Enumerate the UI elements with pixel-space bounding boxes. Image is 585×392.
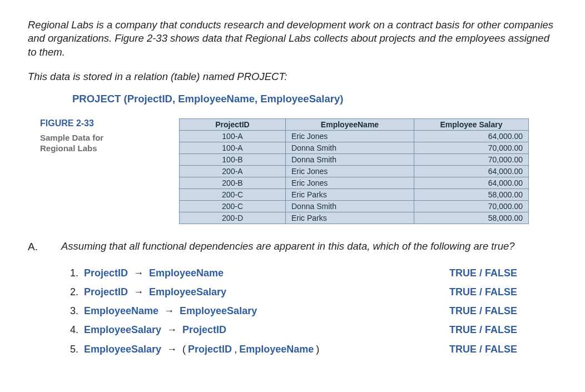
keyword: ProjectID [84, 264, 128, 282]
keyword: ProjectID [188, 340, 232, 359]
cell-employeesalary: 64,000.00 [414, 177, 529, 188]
fd-expression: 1.ProjectID→EmployeeName [70, 264, 449, 282]
intro-paragraph-2: This data is stored in a relation (table… [28, 70, 555, 84]
fd-row: 5.EmployeeSalary→(ProjectID, EmployeeNam… [70, 340, 555, 359]
cell-employeename: Donna Smith [286, 200, 414, 212]
cell-projectid: 100-A [180, 130, 286, 142]
arrow-icon: → [167, 320, 177, 339]
question-letter: A. [28, 240, 61, 253]
arrow-icon: → [133, 264, 143, 282]
arrow-icon: → [164, 301, 174, 320]
page: Regional Labs is a company that conducts… [14, 0, 571, 381]
fd-number: 2. [70, 282, 78, 301]
cell-projectid: 200-C [180, 200, 286, 212]
keyword: ProjectID [84, 282, 128, 301]
table-row: 100-BDonna Smith70,000.00 [180, 153, 529, 165]
keyword: EmployeeName [239, 340, 314, 359]
table-row: 100-ADonna Smith70,000.00 [180, 142, 529, 153]
table-row: 200-BEric Jones64,000.00 [180, 177, 529, 188]
fd-text: ( [182, 340, 186, 359]
true-false-choice[interactable]: TRUE / FALSE [449, 301, 555, 320]
cell-projectid: 100-A [180, 142, 286, 153]
keyword: EmployeeSalary [84, 320, 161, 339]
figure-block: FIGURE 2-33 Sample Data for Regional Lab… [40, 118, 555, 224]
cell-employeename: Donna Smith [286, 142, 414, 153]
project-table: ProjectID EmployeeName Employee Salary 1… [179, 118, 529, 224]
table-row: 200-AEric Jones64,000.00 [180, 165, 529, 177]
cell-employeesalary: 70,000.00 [414, 200, 529, 212]
arrow-icon: → [167, 340, 177, 359]
fd-text: ) [316, 340, 319, 359]
cell-projectid: 200-B [180, 177, 286, 188]
figure-label-block: FIGURE 2-33 Sample Data for Regional Lab… [40, 118, 179, 154]
cell-employeename: Eric Jones [286, 165, 414, 177]
cell-projectid: 200-D [180, 212, 286, 224]
cell-employeename: Eric Jones [286, 130, 414, 142]
cell-employeesalary: 70,000.00 [414, 142, 529, 153]
fd-number: 3. [70, 301, 78, 320]
cell-employeename: Eric Jones [286, 177, 414, 188]
keyword: EmployeeSalary [149, 282, 226, 301]
table-row: 100-AEric Jones64,000.00 [180, 130, 529, 142]
keyword: EmployeeName [84, 301, 158, 320]
table-row: 200-CDonna Smith70,000.00 [180, 200, 529, 212]
true-false-choice[interactable]: TRUE / FALSE [449, 320, 555, 339]
question-a-block: A. Assuming that all functional dependen… [28, 240, 555, 359]
fd-expression: 5.EmployeeSalary→(ProjectID, EmployeeNam… [70, 340, 449, 359]
table-header-row: ProjectID EmployeeName Employee Salary [180, 118, 529, 130]
table-row: 200-CEric Parks58,000.00 [180, 188, 529, 200]
cell-projectid: 100-B [180, 153, 286, 165]
fd-text: , [234, 340, 237, 359]
schema-line: PROJECT (ProjectID, EmployeeName, Employ… [72, 93, 555, 105]
question-body: Assuming that all functional dependencie… [61, 240, 555, 359]
cell-employeename: Donna Smith [286, 153, 414, 165]
true-false-choice[interactable]: TRUE / FALSE [449, 282, 555, 301]
fd-number: 4. [70, 320, 78, 339]
fd-row: 2.ProjectID→EmployeeSalaryTRUE / FALSE [70, 282, 555, 301]
cell-employeename: Eric Parks [286, 212, 414, 224]
fd-number: 5. [70, 340, 78, 359]
fd-list: 1.ProjectID→EmployeeNameTRUE / FALSE2.Pr… [70, 264, 555, 359]
cell-projectid: 200-A [180, 165, 286, 177]
keyword: ProjectID [182, 320, 226, 339]
cell-employeesalary: 70,000.00 [414, 153, 529, 165]
fd-row: 3.EmployeeName→EmployeeSalaryTRUE / FALS… [70, 301, 555, 320]
keyword: EmployeeName [149, 264, 224, 282]
figure-caption-line-2: Regional Labs [40, 143, 97, 153]
cell-employeesalary: 58,000.00 [414, 212, 529, 224]
arrow-icon: → [133, 282, 143, 301]
cell-projectid: 200-C [180, 188, 286, 200]
true-false-choice[interactable]: TRUE / FALSE [449, 340, 555, 359]
fd-row: 1.ProjectID→EmployeeNameTRUE / FALSE [70, 264, 555, 282]
fd-row: 4.EmployeeSalary→ProjectIDTRUE / FALSE [70, 320, 555, 339]
fd-expression: 4.EmployeeSalary→ProjectID [70, 320, 449, 339]
figure-caption: Sample Data for Regional Labs [40, 133, 179, 154]
true-false-choice[interactable]: TRUE / FALSE [449, 264, 555, 282]
cell-employeesalary: 64,000.00 [414, 165, 529, 177]
keyword: EmployeeSalary [180, 301, 257, 320]
cell-employeesalary: 58,000.00 [414, 188, 529, 200]
cell-employeename: Eric Parks [286, 188, 414, 200]
col-header-projectid: ProjectID [180, 118, 286, 130]
fd-expression: 2.ProjectID→EmployeeSalary [70, 282, 449, 301]
col-header-employeesalary: Employee Salary [414, 118, 529, 130]
keyword: EmployeeSalary [84, 340, 161, 359]
intro-paragraph-1: Regional Labs is a company that conducts… [28, 18, 555, 60]
question-stem: Assuming that all functional dependencie… [61, 240, 555, 254]
figure-number: FIGURE 2-33 [40, 118, 179, 128]
cell-employeesalary: 64,000.00 [414, 130, 529, 142]
fd-number: 1. [70, 264, 78, 282]
fd-expression: 3.EmployeeName→EmployeeSalary [70, 301, 449, 320]
col-header-employeename: EmployeeName [286, 118, 414, 130]
table-row: 200-DEric Parks58,000.00 [180, 212, 529, 224]
figure-caption-line-1: Sample Data for [40, 133, 103, 142]
